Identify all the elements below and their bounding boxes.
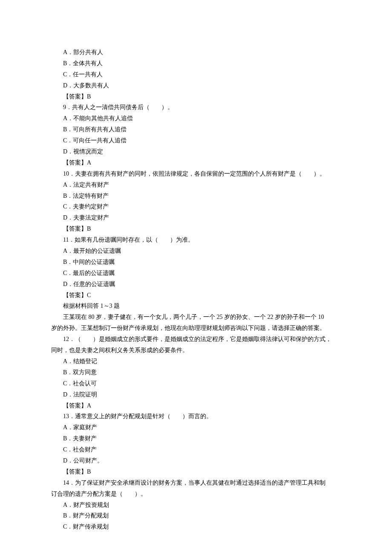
text-line: B．中间的公证遗嘱 bbox=[51, 257, 341, 268]
text-line: C．最后的公证遗嘱 bbox=[51, 268, 341, 279]
text-line: B．双方同意 bbox=[51, 367, 341, 378]
text-line: 13．通常意义上的财产分配规划是针对（ ）而言的。 bbox=[51, 411, 341, 422]
text-line: 【答案】B bbox=[51, 223, 341, 234]
text-line: C．社会认可 bbox=[51, 378, 341, 389]
text-line: C．财产传承规划 bbox=[51, 521, 341, 532]
text-line: D．公司财产。 bbox=[51, 455, 341, 466]
text-line: A．法定共有财产 bbox=[51, 179, 341, 191]
text-line: D．大多数共有人 bbox=[51, 80, 341, 91]
text-line: 同时，也是夫妻之间权利义务关系形成的必要条件。 bbox=[51, 345, 341, 356]
text-line: 【答案】B bbox=[51, 91, 341, 102]
text-line: D．夫妻法定财产 bbox=[51, 212, 341, 223]
text-line: B．夫妻财产 bbox=[51, 433, 341, 444]
text-line: C．夫妻约定财产 bbox=[51, 201, 341, 212]
text-line: 9．共有人之一清偿共同债务后（ ）。 bbox=[51, 102, 341, 113]
text-line: D．视情况而定 bbox=[51, 146, 341, 157]
text-line: 【答案】C bbox=[51, 290, 341, 301]
text-line: B．法定特有财产 bbox=[51, 191, 341, 202]
text-line: 根据材料回答 1～3 题 bbox=[51, 301, 341, 312]
text-line: A．财产投资规划 bbox=[51, 500, 341, 511]
text-line: 14．为了保证财产安全承继而设计的财务方案，当事人在其健在时通过选择适当的遗产管… bbox=[51, 477, 341, 489]
text-line: D．法院证明 bbox=[51, 389, 341, 400]
text-line: A．不能向其他共有人追偿 bbox=[51, 113, 341, 124]
text-line: A．最开始的公证遗嘱 bbox=[51, 246, 341, 257]
text-line: 订合理的遗产分配方案是（ ）。 bbox=[51, 489, 341, 500]
text-line: B．可向所有共有人追偿 bbox=[51, 124, 341, 135]
text-line: C．社会财产 bbox=[51, 444, 341, 455]
text-line: 12．（ ）是婚姻成立的形式要件，是婚姻成立的法定程序，它是婚姻取得法律认可和保… bbox=[51, 334, 341, 345]
text-line: 【答案】B bbox=[51, 466, 341, 477]
text-line: 王某现在 80 岁，妻子健在，有一个女儿，两个儿子，一个 25 岁的孙女、一个 … bbox=[51, 312, 341, 323]
text-line: A．家庭财产 bbox=[51, 422, 341, 433]
text-line: A．结婚登记 bbox=[51, 356, 341, 367]
document-page: A．部分共有人B．全体共有人C．任一共有人D．大多数共有人【答案】B9．共有人之… bbox=[0, 0, 392, 555]
text-line: A．部分共有人 bbox=[51, 47, 341, 58]
text-line: 10．夫妻在拥有共有财产的同时，依照法律规定，各自保留的一定范围的个人所有财产是… bbox=[51, 168, 341, 179]
text-line: 岁的外孙。王某想制订一份财产传承规划，他现在向助理理财规划师咨询以下问题，请选择… bbox=[51, 323, 341, 334]
text-line: 【答案】A bbox=[51, 400, 341, 411]
text-line: 【答案】A bbox=[51, 157, 341, 168]
text-line: 11．如果有几份遗嘱同时存在，以（ ）为准。 bbox=[51, 234, 341, 246]
text-line: C．任一共有人 bbox=[51, 69, 341, 80]
text-line: B．财产分配规划 bbox=[51, 510, 341, 521]
text-line: C．可向任一共有人追偿 bbox=[51, 135, 341, 146]
text-line: D．任意的公证遗嘱 bbox=[51, 279, 341, 290]
text-line: B．全体共有人 bbox=[51, 58, 341, 69]
